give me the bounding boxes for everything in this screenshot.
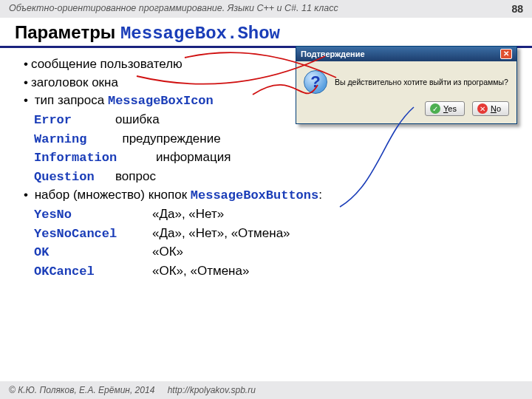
dialog-title-text: Подтверждение (301, 50, 365, 58)
yes-button[interactable]: ✓ Yes (425, 101, 465, 116)
messagebox-dialog: Подтверждение ✕ ? Вы действительно хотит… (296, 46, 517, 124)
page-number: 88 (511, 3, 523, 15)
copyright: © К.Ю. Поляков, Е.А. Ерёмин, 2014 (9, 385, 154, 395)
no-button[interactable]: ✕ No (472, 101, 509, 116)
buttons-enum-list: YesNo«Да», «Нет» YesNoCancel«Да», «Нет»,… (34, 205, 508, 282)
slide-footer: © К.Ю. Поляков, Е.А. Ерёмин, 2014 http:/… (0, 381, 532, 399)
slide-title: Параметры MessageBox.Show (0, 18, 532, 48)
title-code: MessageBox.Show (120, 24, 280, 44)
bullet-buttons-set: набор (множество) кнопок MessageBoxButto… (24, 186, 508, 281)
close-icon[interactable]: ✕ (500, 49, 512, 59)
slide-header: Объектно-ориентированное программировани… (0, 0, 532, 18)
dialog-message: Вы действительно хотите выйти из програм… (335, 78, 508, 86)
check-icon: ✓ (430, 103, 440, 114)
course-title: Объектно-ориентированное программировани… (9, 3, 338, 15)
question-icon: ? (304, 70, 327, 94)
footer-link[interactable]: http://kpolyakov.spb.ru (168, 385, 256, 395)
dialog-titlebar[interactable]: Подтверждение ✕ (296, 47, 516, 61)
cross-icon: ✕ (477, 103, 488, 114)
